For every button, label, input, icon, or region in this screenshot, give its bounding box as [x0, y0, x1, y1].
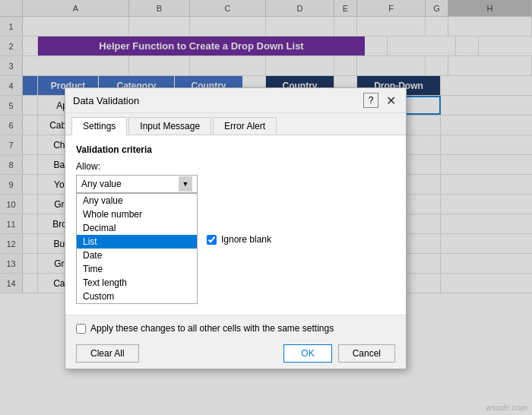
dialog-help-button[interactable]: ?	[363, 93, 378, 108]
dropdown-item-date[interactable]: Date	[77, 249, 197, 262]
allow-select-container: Any value ▼ Any value Whole number Decim…	[76, 175, 198, 304]
tab-input-message[interactable]: Input Message	[128, 117, 211, 135]
dropdown-item-time[interactable]: Time	[77, 262, 197, 276]
allow-label: Allow:	[76, 161, 395, 172]
cancel-button[interactable]: Cancel	[338, 344, 395, 363]
tab-error-alert[interactable]: Error Alert	[213, 117, 277, 135]
dialog-footer: Clear All OK Cancel	[65, 338, 406, 369]
clear-all-button[interactable]: Clear All	[76, 344, 139, 363]
dropdown-item-list[interactable]: List	[77, 235, 197, 249]
apply-all-checkbox[interactable]	[76, 324, 86, 334]
dropdown-item-custom[interactable]: Custom	[77, 290, 197, 303]
dropdown-item-decimal[interactable]: Decimal	[77, 221, 197, 235]
allow-dropdown[interactable]: Any value ▼	[76, 175, 198, 193]
watermark: wsxdn.com	[486, 403, 527, 412]
apply-all-label: Apply these changes to all other cells w…	[90, 323, 334, 334]
apply-all-row: Apply these changes to all other cells w…	[65, 315, 406, 338]
dialog-title-buttons: ? ✕	[363, 93, 398, 108]
allow-dropdown-list: Any value Whole number Decimal List Date…	[76, 193, 198, 304]
ignore-blank-checkbox[interactable]	[207, 235, 217, 245]
dropdown-item-anyvalue[interactable]: Any value	[77, 194, 197, 208]
dialog-tabs: Settings Input Message Error Alert	[65, 113, 406, 135]
dropdown-item-textlength[interactable]: Text length	[77, 276, 197, 290]
ignore-blank-label: Ignore blank	[221, 234, 271, 245]
ok-button[interactable]: OK	[283, 344, 331, 363]
dialog-titlebar: Data Validation ? ✕	[65, 88, 406, 113]
dialog-close-button[interactable]: ✕	[383, 93, 398, 108]
dropdown-arrow-icon: ▼	[179, 176, 192, 192]
data-validation-dialog: Data Validation ? ✕ Settings Input Messa…	[65, 87, 407, 369]
dropdown-item-wholenumber[interactable]: Whole number	[77, 208, 197, 221]
allow-row: Any value ▼ Any value Whole number Decim…	[76, 175, 395, 304]
tab-settings[interactable]: Settings	[71, 117, 127, 135]
dialog-settings-content: Validation criteria Allow: Any value ▼ A…	[65, 135, 406, 315]
ignore-blank-row: Ignore blank	[207, 234, 271, 245]
footer-left: Clear All	[76, 344, 139, 363]
footer-right: OK Cancel	[283, 344, 395, 363]
validation-criteria-label: Validation criteria	[76, 144, 395, 155]
dialog-title: Data Validation	[73, 95, 139, 106]
